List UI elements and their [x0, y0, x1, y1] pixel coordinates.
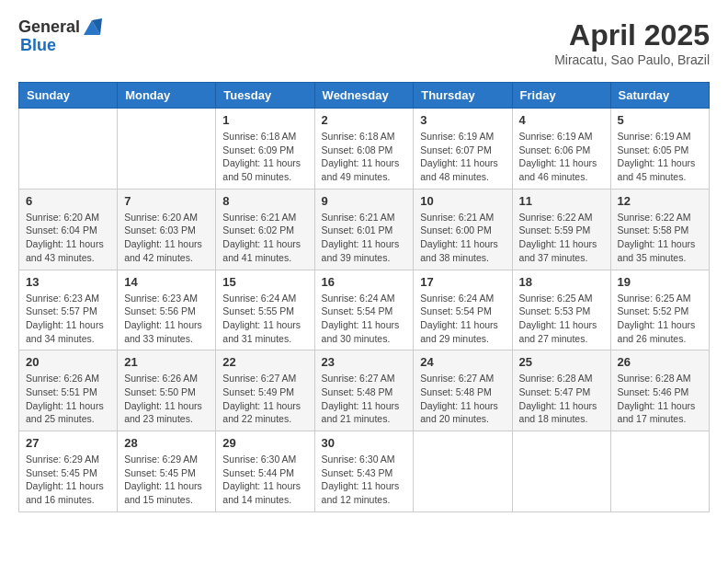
day-info: Sunrise: 6:24 AM Sunset: 5:54 PM Dayligh… — [420, 292, 505, 346]
logo-general-text: General — [18, 18, 80, 37]
day-number: 11 — [519, 194, 604, 208]
day-number: 29 — [222, 436, 307, 450]
day-cell: 7Sunrise: 6:20 AM Sunset: 6:03 PM Daylig… — [118, 189, 216, 270]
day-cell: 6Sunrise: 6:20 AM Sunset: 6:04 PM Daylig… — [19, 189, 118, 270]
day-number: 7 — [124, 194, 209, 208]
weekday-header-sunday: Sunday — [19, 83, 118, 109]
day-info: Sunrise: 6:26 AM Sunset: 5:51 PM Dayligh… — [26, 372, 110, 426]
day-cell: 29Sunrise: 6:30 AM Sunset: 5:44 PM Dayli… — [216, 431, 314, 512]
day-cell: 8Sunrise: 6:21 AM Sunset: 6:02 PM Daylig… — [216, 189, 314, 270]
day-cell: 15Sunrise: 6:24 AM Sunset: 5:55 PM Dayli… — [216, 270, 314, 350]
weekday-header-thursday: Thursday — [414, 83, 512, 109]
day-number: 8 — [222, 194, 307, 208]
header: General Blue April 2025 Miracatu, Sao Pa… — [18, 18, 710, 67]
day-cell — [118, 109, 216, 190]
day-number: 16 — [322, 275, 407, 289]
week-row-2: 13Sunrise: 6:23 AM Sunset: 5:57 PM Dayli… — [19, 270, 710, 350]
day-cell: 21Sunrise: 6:26 AM Sunset: 5:50 PM Dayli… — [118, 350, 216, 431]
day-cell: 24Sunrise: 6:27 AM Sunset: 5:48 PM Dayli… — [414, 350, 512, 431]
day-number: 25 — [519, 355, 604, 369]
day-cell: 16Sunrise: 6:24 AM Sunset: 5:54 PM Dayli… — [314, 270, 414, 350]
day-cell: 20Sunrise: 6:26 AM Sunset: 5:51 PM Dayli… — [19, 350, 118, 431]
logo-icon — [82, 18, 102, 35]
day-info: Sunrise: 6:25 AM Sunset: 5:53 PM Dayligh… — [519, 292, 604, 346]
day-number: 21 — [124, 355, 209, 369]
day-cell: 4Sunrise: 6:19 AM Sunset: 6:06 PM Daylig… — [512, 109, 610, 190]
day-cell: 13Sunrise: 6:23 AM Sunset: 5:57 PM Dayli… — [19, 270, 118, 350]
day-number: 9 — [322, 194, 407, 208]
day-cell: 2Sunrise: 6:18 AM Sunset: 6:08 PM Daylig… — [314, 109, 414, 190]
day-number: 10 — [420, 194, 505, 208]
day-number: 13 — [26, 275, 110, 289]
day-info: Sunrise: 6:28 AM Sunset: 5:47 PM Dayligh… — [519, 372, 604, 426]
day-info: Sunrise: 6:27 AM Sunset: 5:48 PM Dayligh… — [322, 372, 407, 426]
day-number: 23 — [322, 355, 407, 369]
day-number: 18 — [519, 275, 604, 289]
day-info: Sunrise: 6:27 AM Sunset: 5:49 PM Dayligh… — [222, 372, 307, 426]
day-cell: 30Sunrise: 6:30 AM Sunset: 5:43 PM Dayli… — [314, 431, 414, 512]
day-info: Sunrise: 6:23 AM Sunset: 5:57 PM Dayligh… — [26, 292, 110, 346]
day-cell: 22Sunrise: 6:27 AM Sunset: 5:49 PM Dayli… — [216, 350, 314, 431]
day-number: 22 — [222, 355, 307, 369]
day-number: 30 — [322, 436, 407, 450]
day-info: Sunrise: 6:19 AM Sunset: 6:06 PM Dayligh… — [519, 130, 604, 184]
day-info: Sunrise: 6:24 AM Sunset: 5:54 PM Dayligh… — [322, 292, 407, 346]
day-cell: 14Sunrise: 6:23 AM Sunset: 5:56 PM Dayli… — [118, 270, 216, 350]
day-number: 14 — [124, 275, 209, 289]
day-info: Sunrise: 6:21 AM Sunset: 6:00 PM Dayligh… — [420, 211, 505, 265]
day-info: Sunrise: 6:28 AM Sunset: 5:46 PM Dayligh… — [618, 372, 702, 426]
day-info: Sunrise: 6:25 AM Sunset: 5:52 PM Dayligh… — [618, 292, 702, 346]
day-cell: 23Sunrise: 6:27 AM Sunset: 5:48 PM Dayli… — [314, 350, 414, 431]
day-cell: 28Sunrise: 6:29 AM Sunset: 5:45 PM Dayli… — [118, 431, 216, 512]
weekday-header-row: SundayMondayTuesdayWednesdayThursdayFrid… — [19, 83, 710, 109]
day-number: 6 — [26, 194, 110, 208]
day-number: 3 — [420, 113, 505, 127]
weekday-header-tuesday: Tuesday — [216, 83, 314, 109]
day-number: 12 — [618, 194, 702, 208]
weekday-header-friday: Friday — [512, 83, 610, 109]
day-number: 19 — [618, 275, 702, 289]
day-cell: 26Sunrise: 6:28 AM Sunset: 5:46 PM Dayli… — [610, 350, 709, 431]
day-info: Sunrise: 6:21 AM Sunset: 6:02 PM Dayligh… — [222, 211, 307, 265]
day-number: 28 — [124, 436, 209, 450]
day-info: Sunrise: 6:24 AM Sunset: 5:55 PM Dayligh… — [222, 292, 307, 346]
day-number: 5 — [618, 113, 702, 127]
week-row-0: 1Sunrise: 6:18 AM Sunset: 6:09 PM Daylig… — [19, 109, 710, 190]
day-number: 24 — [420, 355, 505, 369]
logo: General Blue — [18, 18, 102, 55]
day-cell: 19Sunrise: 6:25 AM Sunset: 5:52 PM Dayli… — [610, 270, 709, 350]
day-cell: 25Sunrise: 6:28 AM Sunset: 5:47 PM Dayli… — [512, 350, 610, 431]
day-info: Sunrise: 6:18 AM Sunset: 6:08 PM Dayligh… — [322, 130, 407, 184]
day-cell — [19, 109, 118, 190]
weekday-header-saturday: Saturday — [610, 83, 709, 109]
day-info: Sunrise: 6:30 AM Sunset: 5:44 PM Dayligh… — [222, 453, 307, 507]
day-cell — [610, 431, 709, 512]
day-number: 15 — [222, 275, 307, 289]
day-number: 26 — [618, 355, 702, 369]
calendar: SundayMondayTuesdayWednesdayThursdayFrid… — [18, 82, 710, 512]
day-cell: 1Sunrise: 6:18 AM Sunset: 6:09 PM Daylig… — [216, 109, 314, 190]
day-info: Sunrise: 6:29 AM Sunset: 5:45 PM Dayligh… — [26, 453, 110, 507]
day-info: Sunrise: 6:30 AM Sunset: 5:43 PM Dayligh… — [322, 453, 407, 507]
day-cell: 27Sunrise: 6:29 AM Sunset: 5:45 PM Dayli… — [19, 431, 118, 512]
day-info: Sunrise: 6:20 AM Sunset: 6:03 PM Dayligh… — [124, 211, 209, 265]
weekday-header-wednesday: Wednesday — [314, 83, 414, 109]
day-cell: 17Sunrise: 6:24 AM Sunset: 5:54 PM Dayli… — [414, 270, 512, 350]
day-cell — [512, 431, 610, 512]
month-title: April 2025 — [554, 18, 710, 52]
day-info: Sunrise: 6:29 AM Sunset: 5:45 PM Dayligh… — [124, 453, 209, 507]
day-info: Sunrise: 6:22 AM Sunset: 5:58 PM Dayligh… — [618, 211, 702, 265]
day-cell: 3Sunrise: 6:19 AM Sunset: 6:07 PM Daylig… — [414, 109, 512, 190]
weekday-header-monday: Monday — [118, 83, 216, 109]
day-number: 20 — [26, 355, 110, 369]
logo-blue-text: Blue — [20, 37, 102, 55]
day-info: Sunrise: 6:18 AM Sunset: 6:09 PM Dayligh… — [222, 130, 307, 184]
week-row-4: 27Sunrise: 6:29 AM Sunset: 5:45 PM Dayli… — [19, 431, 710, 512]
location: Miracatu, Sao Paulo, Brazil — [554, 52, 710, 67]
day-cell: 12Sunrise: 6:22 AM Sunset: 5:58 PM Dayli… — [610, 189, 709, 270]
day-info: Sunrise: 6:19 AM Sunset: 6:05 PM Dayligh… — [618, 130, 702, 184]
day-cell: 18Sunrise: 6:25 AM Sunset: 5:53 PM Dayli… — [512, 270, 610, 350]
day-info: Sunrise: 6:26 AM Sunset: 5:50 PM Dayligh… — [124, 372, 209, 426]
day-info: Sunrise: 6:21 AM Sunset: 6:01 PM Dayligh… — [322, 211, 407, 265]
day-info: Sunrise: 6:22 AM Sunset: 5:59 PM Dayligh… — [519, 211, 604, 265]
